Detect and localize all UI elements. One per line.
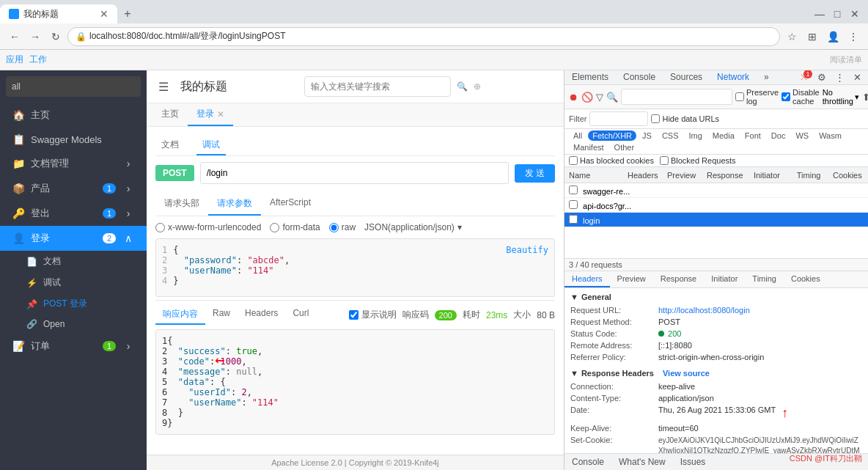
row-login-checkbox[interactable]	[569, 215, 578, 224]
network-row-swagger[interactable]: swagger-re...	[564, 183, 868, 198]
show-desc-checkbox[interactable]	[349, 310, 358, 320]
method-button[interactable]: POST	[155, 165, 194, 181]
dt-close-btn[interactable]: ✕	[849, 70, 865, 85]
record-btn[interactable]: ⏺	[569, 89, 578, 104]
filter-js[interactable]: JS	[638, 131, 656, 141]
req-tab-params[interactable]: 请求参数	[208, 193, 261, 216]
sidebar-search-input[interactable]	[6, 76, 141, 97]
filter-manifest[interactable]: Manifest	[569, 142, 608, 153]
more-btn[interactable]: ⋮	[845, 28, 862, 45]
network-row-api-docs[interactable]: api-docs?gr...	[564, 198, 868, 213]
filter-css[interactable]: CSS	[658, 131, 683, 141]
filter-text-input[interactable]	[589, 111, 648, 126]
preserve-log-checkbox[interactable]	[735, 92, 744, 101]
req-tab-afterscript[interactable]: AfterScript	[261, 193, 320, 216]
row-swagger-checkbox[interactable]	[569, 186, 578, 194]
resp-tab-content[interactable]: 响应内容	[155, 305, 205, 325]
url-bar[interactable]: 🔒 localhost:8080/doc.html#/all/登录/loginU…	[67, 27, 780, 46]
body-type-json[interactable]: JSON(application/json) ▾	[364, 222, 462, 232]
import-btn[interactable]: ⬆	[862, 89, 868, 104]
filter-ws[interactable]: WS	[791, 131, 813, 141]
clear-btn[interactable]: 🚫	[581, 89, 593, 104]
radio-urlencoded[interactable]	[155, 223, 165, 232]
close-btn[interactable]: ✕	[847, 7, 862, 21]
response-headers-title[interactable]: ▼ Response Headers View source	[570, 369, 862, 378]
dt-tab-console[interactable]: Console	[616, 70, 663, 85]
devtools-bottom-issues[interactable]: Issues	[673, 454, 713, 470]
bookmark-work[interactable]: 工作	[29, 54, 47, 66]
network-filter-input[interactable]	[621, 89, 732, 105]
hide-data-urls-checkbox[interactable]	[651, 114, 660, 123]
filter-all[interactable]: All	[569, 131, 586, 141]
filter-img[interactable]: Img	[685, 131, 707, 141]
beautify-button[interactable]: Beautify	[506, 245, 548, 255]
tab-main[interactable]: 主页	[152, 103, 188, 126]
sidebar-subitem-debug[interactable]: ⚡ 调试	[0, 272, 147, 293]
general-section-title[interactable]: ▼ General	[570, 293, 862, 301]
search-btn[interactable]: 🔍	[606, 89, 618, 104]
resp-tab-headers[interactable]: Headers	[238, 305, 285, 325]
radio-raw[interactable]	[329, 223, 339, 232]
dt-tab-elements[interactable]: Elements	[564, 70, 616, 85]
body-type-raw[interactable]: raw	[329, 222, 356, 232]
dt-settings-btn[interactable]: ⚙	[814, 70, 830, 85]
bookmark-apps[interactable]: 应用	[6, 54, 23, 66]
body-type-urlencoded[interactable]: x-www-form-urlencoded	[155, 222, 261, 232]
devtools-bottom-console[interactable]: Console	[564, 454, 611, 470]
detail-tab-headers[interactable]: Headers	[564, 271, 610, 287]
resp-headers-view-source[interactable]: View source	[663, 369, 710, 378]
detail-tab-preview[interactable]: Preview	[610, 271, 653, 287]
filter-media[interactable]: Media	[708, 131, 739, 141]
minimize-btn[interactable]: —	[812, 7, 827, 21]
request-body-editor[interactable]: 1 { 2 "password": "abcde", 3 "userName":…	[155, 238, 555, 297]
json-dropdown-icon[interactable]: ▾	[457, 222, 462, 232]
resp-tab-curl[interactable]: Curl	[285, 305, 316, 325]
network-row-login[interactable]: login	[564, 213, 868, 227]
throttling-selector[interactable]: No throttling ▾	[823, 88, 859, 106]
sub-tab-debug[interactable]: 调试	[196, 136, 226, 155]
filter-doc[interactable]: Doc	[767, 131, 790, 141]
filter-fetch-xhr[interactable]: Fetch/XHR	[588, 131, 636, 141]
preserve-log-label[interactable]: Preserve log	[735, 88, 779, 106]
tab-login[interactable]: 登录 ✕	[188, 103, 233, 126]
detail-tab-timing[interactable]: Timing	[745, 271, 784, 287]
req-tab-headers[interactable]: 请求头部	[155, 193, 208, 216]
blocked-cookies-checkbox[interactable]	[569, 156, 578, 165]
blocked-cookies-label[interactable]: Has blocked cookies	[569, 156, 654, 165]
filter-other[interactable]: Other	[610, 142, 639, 153]
blocked-requests-label[interactable]: Blocked Requests	[660, 156, 736, 165]
filter-wasm[interactable]: Wasm	[814, 131, 846, 141]
tab-close-btn[interactable]: ✕	[100, 8, 108, 20]
devtools-bottom-whats-new[interactable]: What's New	[611, 454, 673, 470]
send-button[interactable]: 发 送	[515, 164, 555, 183]
show-desc-label[interactable]: 显示说明	[349, 309, 397, 321]
blocked-requests-checkbox[interactable]	[660, 156, 669, 165]
dt-more-btn[interactable]: ⋮	[831, 70, 847, 85]
sub-tab-docs[interactable]: 文档	[155, 136, 185, 155]
disable-cache-label[interactable]: Disable cache	[781, 88, 820, 106]
detail-tab-cookies[interactable]: Cookies	[784, 271, 828, 287]
profile-btn[interactable]: 👤	[824, 28, 842, 45]
forward-btn[interactable]: →	[26, 28, 44, 45]
sidebar-item-order[interactable]: 📝 订单 1 ›	[0, 334, 147, 359]
detail-tab-response[interactable]: Response	[653, 271, 705, 287]
active-tab[interactable]: 我的标题 ✕	[0, 4, 117, 23]
sidebar-subitem-docs[interactable]: 📄 文档	[0, 251, 147, 272]
search-icon[interactable]: 🔍	[457, 81, 468, 92]
dt-tab-sources[interactable]: Sources	[663, 70, 710, 85]
disable-cache-checkbox[interactable]	[781, 92, 790, 101]
bookmark-btn[interactable]: ☆	[783, 28, 801, 45]
back-btn[interactable]: ←	[6, 28, 23, 45]
tab-login-close-icon[interactable]: ✕	[217, 109, 224, 120]
extensions-btn[interactable]: ⊞	[803, 28, 821, 45]
resp-tab-raw[interactable]: Raw	[205, 305, 238, 325]
filter-font[interactable]: Font	[740, 131, 765, 141]
hamburger-icon[interactable]: ☰	[158, 80, 169, 94]
center-search-input[interactable]	[304, 76, 451, 97]
expand-icon[interactable]: ⊕	[474, 81, 481, 92]
restore-btn[interactable]: □	[830, 7, 845, 21]
body-type-formdata[interactable]: form-data	[270, 222, 320, 232]
new-tab-btn[interactable]: +	[117, 4, 138, 23]
sidebar-item-swagger[interactable]: 📋 Swagger Models	[0, 128, 147, 151]
row-api-docs-checkbox[interactable]	[569, 200, 578, 209]
